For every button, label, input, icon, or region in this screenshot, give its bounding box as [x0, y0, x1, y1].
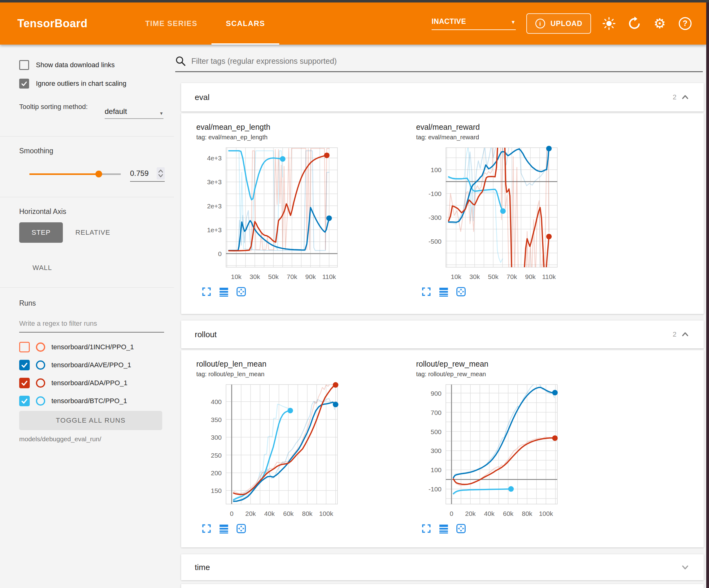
svg-text:100k: 100k: [539, 510, 553, 517]
svg-text:100: 100: [431, 466, 442, 474]
svg-text:300: 300: [431, 447, 442, 454]
section-title: rollout: [195, 330, 217, 339]
smoothing-slider[interactable]: [29, 171, 121, 177]
svg-text:90k: 90k: [525, 273, 535, 280]
section-title: time: [195, 563, 210, 572]
svg-text:2e+3: 2e+3: [207, 203, 222, 210]
chart-canvas[interactable]: 020k40k60k80k100k-100100300500700900: [412, 381, 632, 522]
chart-canvas[interactable]: 10k30k50k70k90k110k01e+32e+33e+34e+3: [192, 144, 412, 285]
window-right-edge: [706, 2, 709, 588]
divider: [0, 197, 174, 197]
settings-button[interactable]: ⚙: [652, 16, 667, 31]
svg-text:4e+3: 4e+3: [207, 154, 222, 162]
svg-text:400: 400: [211, 398, 222, 405]
tab-time-series[interactable]: TIME SERIES: [131, 2, 212, 45]
chart-title: rollout/ep_len_mean: [196, 359, 412, 368]
tab-bar: TIME SERIES SCALARS: [131, 2, 279, 45]
chart-title: eval/mean_ep_length: [196, 123, 412, 132]
checkmark-icon: [21, 379, 28, 387]
svg-text:3e+3: 3e+3: [207, 178, 222, 185]
fullscreen-icon[interactable]: [421, 286, 431, 297]
brightness-toggle-button[interactable]: [602, 16, 616, 31]
run-checkbox[interactable]: [19, 378, 30, 388]
slider-knob[interactable]: [95, 171, 102, 177]
tooltip-sorting-select[interactable]: default ▼: [105, 107, 163, 119]
search-icon: [175, 56, 186, 66]
svg-text:0: 0: [450, 510, 453, 517]
section-title: eval: [195, 93, 210, 102]
svg-text:70k: 70k: [506, 273, 517, 280]
svg-text:300: 300: [211, 434, 222, 441]
data-table-icon[interactable]: [218, 523, 229, 534]
divider: [0, 136, 174, 136]
fit-domain-icon[interactable]: [456, 286, 466, 297]
data-table-icon[interactable]: [439, 523, 449, 534]
ignore-outliers-checkbox[interactable]: [19, 79, 29, 88]
chart-canvas[interactable]: 10k30k50k70k90k110k100-100-300-500: [412, 144, 632, 285]
app-header: TensorBoard TIME SERIES SCALARS INACTIVE…: [0, 2, 706, 45]
run-color-ring-icon: [36, 397, 45, 406]
brightness-icon: [602, 17, 616, 31]
runs-label: Runs: [19, 299, 36, 307]
svg-text:110k: 110k: [322, 273, 336, 280]
chevron-down-icon: ▼: [159, 111, 163, 116]
svg-text:250: 250: [211, 452, 222, 459]
svg-text:40k: 40k: [264, 510, 274, 517]
fullscreen-icon[interactable]: [201, 286, 212, 297]
axis-option-wall[interactable]: WALL: [32, 258, 52, 278]
refresh-button[interactable]: [627, 16, 642, 31]
line-chart[interactable]: 10k30k50k70k90k110k100-100-300-500: [412, 144, 632, 284]
line-chart[interactable]: 020k40k60k80k100k-100100300500700900: [412, 381, 632, 521]
run-name: tensorboard/AAVE/PPO_1: [51, 361, 131, 369]
run-name: tensorboard/ADA/PPO_1: [51, 379, 128, 387]
fullscreen-icon[interactable]: [421, 523, 431, 534]
tag-filter-field[interactable]: Filter tags (regular expressions support…: [175, 56, 703, 72]
svg-text:10k: 10k: [451, 273, 461, 280]
section-header-rollout[interactable]: rollout 2: [181, 321, 704, 348]
tensorboard-app: TensorBoard TIME SERIES SCALARS INACTIVE…: [0, 0, 709, 588]
axis-option-step[interactable]: STEP: [19, 222, 63, 243]
section-count: 2: [673, 93, 677, 101]
axis-option-relative[interactable]: RELATIVE: [75, 222, 110, 243]
header-actions: INACTIVE ▼ i UPLOAD: [431, 13, 692, 34]
checkmark-icon: [21, 361, 28, 369]
line-chart[interactable]: 020k40k60k80k100k150200250300350400: [192, 381, 412, 521]
section-header-eval[interactable]: eval 2: [181, 83, 704, 111]
runs-base-path: models/debugged_eval_run/: [19, 435, 101, 443]
fit-domain-icon[interactable]: [236, 523, 246, 534]
fit-domain-icon[interactable]: [236, 286, 246, 297]
chart-toolbar: [201, 523, 412, 534]
line-chart[interactable]: 10k30k50k70k90k110k01e+32e+33e+34e+3: [192, 144, 412, 284]
runs-filter-input[interactable]: Write a regex to filter runs: [19, 319, 164, 333]
smoothing-value-field[interactable]: 0.759: [130, 167, 165, 182]
status-dropdown[interactable]: INACTIVE ▼: [431, 17, 516, 30]
chart-canvas[interactable]: 020k40k60k80k100k150200250300350400: [192, 381, 412, 522]
help-button[interactable]: ?: [678, 16, 692, 31]
chevron-down-icon: ▼: [511, 19, 516, 26]
data-table-icon[interactable]: [439, 286, 449, 297]
chevron-down-icon[interactable]: [680, 562, 690, 572]
upload-button[interactable]: i UPLOAD: [526, 13, 591, 34]
run-row: tensorboard/AAVE/PPO_1: [19, 356, 134, 374]
fit-domain-icon[interactable]: [456, 523, 466, 534]
run-checkbox[interactable]: [19, 396, 30, 406]
upload-label: UPLOAD: [550, 20, 582, 28]
number-stepper[interactable]: [157, 167, 165, 180]
info-icon: i: [535, 18, 546, 29]
run-color-ring-icon: [36, 342, 45, 352]
section-header-time[interactable]: time: [181, 554, 704, 580]
data-table-icon[interactable]: [218, 286, 229, 297]
svg-text:40k: 40k: [484, 510, 494, 517]
tab-scalars[interactable]: SCALARS: [211, 2, 279, 45]
fullscreen-icon[interactable]: [201, 523, 212, 534]
chevron-up-icon[interactable]: [680, 92, 690, 102]
run-checkbox[interactable]: [19, 360, 30, 370]
run-name: tensorboard/1INCH/PPO_1: [51, 343, 134, 351]
run-checkbox[interactable]: [19, 342, 30, 352]
run-name: tensorboard/BTC/PPO_1: [51, 397, 127, 405]
show-download-links-checkbox[interactable]: [19, 60, 29, 70]
svg-text:100k: 100k: [319, 510, 334, 517]
chevron-up-icon[interactable]: [680, 329, 690, 339]
toggle-all-runs-button[interactable]: TOGGLE ALL RUNS: [19, 411, 162, 430]
axis-options-row: WALL: [32, 258, 52, 278]
